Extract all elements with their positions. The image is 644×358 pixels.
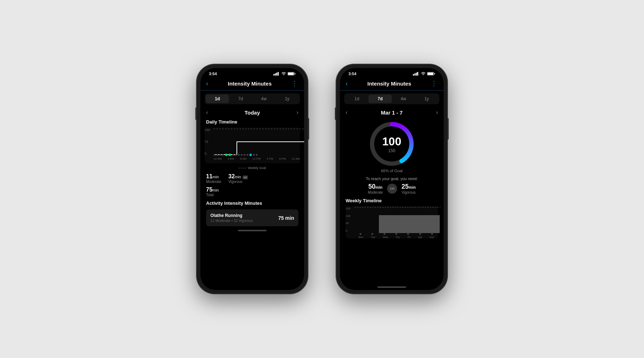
notch-2 — [370, 68, 413, 77]
home-indicator-1 — [200, 228, 304, 233]
goal-percent-2: 66% of Goal — [381, 169, 403, 173]
prev-period-2[interactable]: ‹ — [346, 109, 347, 116]
activity-name-1: Olathe Running — [210, 213, 253, 218]
wifi-icon-2 — [421, 72, 426, 76]
nav-bar-2: ‹ Intensity Minutes ⋮ — [340, 77, 444, 91]
vigorous-need-value-2: 25 — [401, 183, 409, 190]
tab-7d-2[interactable]: 7d — [369, 95, 392, 103]
ring-value-2: 100 — [382, 135, 401, 148]
period-nav-2: ‹ Mar 1 - 7 › — [340, 107, 444, 118]
home-bar-2 — [377, 286, 406, 288]
total-label-1: Total — [206, 193, 298, 197]
nav-title-1: Intensity Minutes — [228, 81, 272, 87]
x2-badge: x2 — [243, 175, 248, 179]
prev-period-1[interactable]: ‹ — [206, 109, 208, 116]
activity-card-1[interactable]: Olathe Running 11 Moderate • 32 Vigorous… — [206, 209, 298, 226]
or-text-2: OR — [390, 187, 395, 190]
vigorous-need-2: 25min Vigorous — [401, 183, 416, 194]
back-button-2[interactable]: ‹ — [346, 80, 348, 87]
svg-rect-6 — [295, 73, 296, 74]
ring-center-2: 100 150 — [382, 135, 401, 153]
tab-1y-2[interactable]: 1y — [415, 95, 438, 103]
moderate-need-2: 50min Moderate — [368, 183, 383, 194]
phone-2: 3:54 — [336, 64, 447, 294]
chart-dots-1 — [214, 154, 300, 156]
vigorous-value-1: 32 — [228, 173, 235, 179]
stats-row-1: 11min Moderate 32minx2 Vigorous — [200, 171, 304, 186]
moderate-label-1: Moderate — [206, 180, 221, 184]
activity-info-1: Olathe Running 11 Moderate • 32 Vigorous — [210, 213, 253, 223]
period-label-2: Mar 1 - 7 — [381, 110, 403, 116]
tab-1d-2[interactable]: 1d — [345, 95, 369, 103]
tab-1y-1[interactable]: 1y — [275, 95, 299, 103]
tab-1d-1[interactable]: 1d — [206, 95, 229, 103]
svg-rect-3 — [278, 72, 279, 76]
tab-7d-1[interactable]: 7d — [229, 95, 252, 103]
svg-rect-0 — [273, 74, 274, 76]
weekly-chart-svg-2 — [355, 206, 440, 233]
vigorous-label-1: Vigorous — [228, 180, 248, 184]
vigorous-stat-1: 32minx2 Vigorous — [228, 173, 248, 184]
tab-bar-1: 1d 7d 4w 1y — [205, 93, 300, 104]
weekly-goal-legend-1: Weekly Goal — [200, 165, 304, 171]
status-icons-1 — [273, 72, 296, 76]
wifi-icon — [281, 72, 286, 76]
weekly-chart-2: 150 100 50 0 — [346, 206, 438, 238]
activity-detail-1: 11 Moderate • 32 Vigorous — [210, 219, 253, 223]
chart-time-labels-1: 12 AM 4 AM 8 AM 12 PM 4 PM 8 PM 12 AM — [214, 157, 300, 160]
chart-svg-1 — [214, 127, 304, 156]
svg-rect-14 — [434, 73, 435, 74]
svg-rect-2 — [276, 73, 277, 76]
svg-rect-5 — [288, 73, 294, 75]
moderate-unit-1: min — [213, 175, 219, 179]
svg-rect-13 — [428, 73, 433, 75]
home-bar-1 — [238, 230, 267, 231]
moderate-need-unit-2: min — [375, 185, 382, 189]
activity-section-title-1: Activity Intensity Minutes — [206, 200, 298, 207]
nav-title-2: Intensity Minutes — [367, 81, 411, 87]
section-title-1: Daily Timeline — [200, 118, 304, 126]
back-button-1[interactable]: ‹ — [206, 80, 208, 87]
svg-rect-18 — [379, 215, 440, 233]
tab-4w-2[interactable]: 4w — [392, 95, 415, 103]
tab-4w-1[interactable]: 4w — [252, 95, 275, 103]
vigorous-need-unit-2: min — [409, 185, 416, 189]
phone-1: 3:54 — [197, 64, 308, 294]
moderate-value-1: 11 — [206, 173, 213, 179]
time-1: 3:54 — [209, 72, 217, 76]
svg-rect-8 — [413, 74, 414, 76]
total-row-1: 75min Total — [200, 186, 304, 199]
signal-icon-2 — [413, 72, 419, 76]
activity-section-1: Activity Intensity Minutes Olathe Runnin… — [200, 199, 304, 228]
nav-bar-1: ‹ Intensity Minutes ⋮ — [200, 77, 304, 91]
menu-button-2[interactable]: ⋮ — [431, 79, 438, 87]
moderate-need-label-2: Moderate — [368, 190, 383, 194]
moderate-need-value-2: 50 — [368, 183, 375, 190]
goal-need-row-2: 50min Moderate OR 25min Vigorous — [346, 183, 438, 194]
total-value-1: 75 — [206, 187, 213, 193]
moderate-stat-1: 11min Moderate — [206, 173, 221, 184]
home-indicator-2 — [340, 284, 444, 290]
svg-rect-9 — [414, 73, 415, 76]
svg-rect-10 — [416, 73, 417, 76]
or-circle-2: OR — [387, 184, 397, 194]
svg-rect-11 — [417, 72, 418, 76]
weekly-chart-y-2: 150 100 50 0 — [346, 206, 350, 233]
ring-goal-2: 150 — [382, 148, 401, 153]
next-period-1[interactable]: › — [297, 109, 298, 116]
weekly-chart-dots-2 — [355, 233, 438, 235]
vigorous-unit-1: min — [235, 175, 241, 179]
total-unit-1: min — [213, 188, 219, 192]
battery-icon-2 — [427, 72, 435, 76]
next-period-2[interactable]: › — [436, 109, 438, 116]
time-2: 3:54 — [348, 72, 356, 76]
menu-button-1[interactable]: ⋮ — [291, 79, 298, 87]
chart-y-labels-1: 150 75 0 — [205, 127, 210, 156]
goal-need-2: To reach your goal, you need: 50min Mode… — [340, 174, 444, 197]
svg-rect-1 — [275, 73, 276, 76]
dashed-legend-icon — [239, 168, 246, 168]
daily-chart-1: 150 75 0 — [205, 127, 300, 163]
tab-bar-2: 1d 7d 4w 1y — [344, 93, 439, 104]
notch — [231, 68, 274, 77]
activity-mins-1: 75 min — [278, 215, 294, 221]
